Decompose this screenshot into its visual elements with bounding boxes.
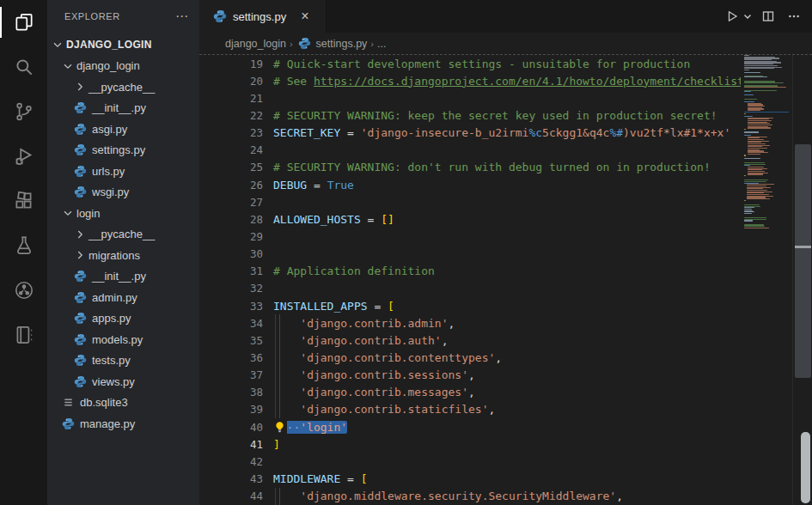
activity-item-testing[interactable] [0, 223, 47, 268]
line-number[interactable]: 44 [199, 490, 263, 502]
line-number[interactable]: 38 [199, 386, 263, 399]
line-number[interactable]: 36 [199, 351, 263, 364]
code-line-21[interactable]: 21 [199, 89, 741, 106]
tree-item-settings.py[interactable]: settings.py [47, 140, 199, 161]
code-line-40[interactable]: 40··'login' [199, 418, 741, 435]
code-line-38[interactable]: 38 'django.contrib.messages', [199, 384, 741, 401]
close-icon[interactable]: × [301, 9, 308, 23]
tree-item-urls.py[interactable]: urls.py [47, 161, 199, 182]
minimap[interactable] [744, 55, 792, 505]
code-line-33[interactable]: 33INSTALLED_APPS = [ [199, 297, 741, 314]
code-line-30[interactable]: 30 [199, 246, 741, 263]
activity-item-search[interactable] [0, 45, 47, 89]
line-number[interactable]: 25 [199, 161, 263, 173]
breadcrumb-item[interactable]: django_login [225, 38, 286, 50]
page-scrollbar-slider[interactable] [801, 432, 810, 503]
line-number[interactable]: 39 [199, 403, 263, 416]
tree-item-asgi.py[interactable]: asgi.py [47, 119, 199, 140]
line-number[interactable]: 26 [199, 179, 263, 192]
tree-item-models.py[interactable]: models.py [47, 329, 199, 350]
line-number[interactable]: 37 [199, 368, 263, 381]
code-line-22[interactable]: 22# SECURITY WARNING: keep the secret ke… [199, 106, 741, 124]
tree-item-apps.py[interactable]: apps.py [47, 308, 199, 330]
line-number[interactable]: 29 [199, 230, 263, 243]
line-number[interactable]: 31 [199, 265, 263, 277]
code-line-42[interactable]: 42 [199, 453, 741, 470]
indent-guide [275, 401, 276, 418]
run-dropdown[interactable] [742, 5, 754, 27]
line-number[interactable]: 23 [199, 126, 263, 139]
code-line-25[interactable]: 25# SECURITY WARNING: don't run with deb… [199, 159, 741, 176]
editor-more-actions[interactable] [783, 5, 805, 27]
tree-item-admin.py[interactable]: admin.py [47, 287, 199, 308]
line-number[interactable]: 32 [199, 282, 263, 295]
line-number[interactable]: 41 [199, 438, 263, 451]
line-number[interactable]: 24 [199, 143, 263, 156]
line-number[interactable]: 40 [199, 421, 263, 434]
code-line-28[interactable]: 28ALLOWED_HOSTS = [] [199, 210, 741, 228]
activity-item-notebook[interactable] [0, 313, 47, 357]
code-line-27[interactable]: 27 [199, 193, 741, 210]
code-line-19[interactable]: 19# Quick-start development settings - u… [199, 55, 741, 72]
tree-item-db.sqlite3[interactable]: db.sqlite3 [47, 392, 199, 414]
tree-item-__init__.py[interactable]: __init__.py [47, 266, 199, 288]
lightbulb-icon[interactable] [273, 420, 287, 434]
tree-item-label: __pycache__ [89, 228, 155, 240]
tree-item-migrations[interactable]: migrations [47, 245, 199, 266]
tree-item-views.py[interactable]: views.py [47, 371, 199, 392]
code-editor[interactable]: 19# Quick-start development settings - u… [199, 55, 741, 505]
code-line-36[interactable]: 36 'django.contrib.contenttypes', [199, 349, 741, 366]
line-number[interactable]: 34 [199, 317, 263, 330]
tree-item-__pycache__[interactable]: __pycache__ [47, 224, 199, 246]
book-icon [13, 324, 35, 346]
scrollbar-slider[interactable] [795, 144, 811, 378]
tree-item-django_login[interactable]: django_login [47, 56, 199, 77]
code-line-39[interactable]: 39 'django.contrib.staticfiles', [199, 401, 741, 418]
tab-settings-py[interactable]: settings.py × [199, 0, 327, 33]
tree-item-__pycache__[interactable]: __pycache__ [47, 76, 199, 98]
line-number[interactable]: 21 [199, 92, 263, 105]
tree-item-django_login[interactable]: DJANGO_LOGIN [47, 34, 199, 56]
activity-item-source-control[interactable] [0, 89, 47, 134]
explorer-more-actions-icon[interactable]: ⋯ [175, 9, 189, 24]
code-line-24[interactable]: 24 [199, 142, 741, 159]
code-line-43[interactable]: 43MIDDLEWARE = [ [199, 470, 741, 487]
line-number[interactable]: 22 [199, 109, 263, 122]
code-line-35[interactable]: 35 'django.contrib.auth', [199, 332, 741, 349]
code-line-20[interactable]: 20# See https://docs.djangoproject.com/e… [199, 72, 741, 89]
indent-guide [279, 488, 280, 505]
breadcrumb-item[interactable]: settings.py [316, 38, 368, 50]
code-line-44[interactable]: 44 'django.middleware.security.SecurityM… [199, 488, 741, 505]
tree-item-tests.py[interactable]: tests.py [47, 350, 199, 372]
line-content: 'django.contrib.contenttypes', [273, 351, 502, 364]
line-number[interactable]: 43 [199, 472, 263, 485]
line-number[interactable]: 20 [199, 75, 263, 88]
code-line-23[interactable]: 23SECRET_KEY = 'django-insecure-b_u2irmi… [199, 125, 741, 142]
activity-item-references[interactable] [0, 268, 47, 313]
code-line-37[interactable]: 37 'django.contrib.sessions', [199, 367, 741, 384]
activity-item-extensions[interactable] [0, 179, 47, 223]
code-line-26[interactable]: 26DEBUG = True [199, 176, 741, 193]
line-number[interactable]: 28 [199, 213, 263, 226]
line-number[interactable]: 33 [199, 300, 263, 313]
tree-item-manage.py[interactable]: manage.py [47, 413, 199, 435]
python-icon [73, 312, 87, 326]
breadcrumb-item[interactable]: ... [377, 38, 386, 50]
activity-item-run-and-debug[interactable] [0, 134, 47, 179]
tree-item-__init__.py[interactable]: __init__.py [47, 98, 199, 119]
activity-item-explorer[interactable] [0, 0, 47, 45]
code-line-29[interactable]: 29 [199, 228, 741, 245]
code-line-34[interactable]: 34 'django.contrib.admin', [199, 314, 741, 332]
line-number[interactable]: 35 [199, 334, 263, 347]
tree-item-wsgi.py[interactable]: wsgi.py [47, 182, 199, 204]
code-line-31[interactable]: 31# Application definition [199, 263, 741, 280]
line-number[interactable]: 19 [199, 58, 263, 70]
code-line-41[interactable]: 41] [199, 435, 741, 453]
split-editor-button[interactable] [757, 5, 779, 27]
line-number[interactable]: 42 [199, 455, 263, 468]
tree-item-login[interactable]: login [47, 203, 199, 224]
indent-guide [275, 367, 276, 384]
line-number[interactable]: 30 [199, 247, 263, 260]
line-number[interactable]: 27 [199, 196, 263, 209]
code-line-32[interactable]: 32 [199, 280, 741, 297]
